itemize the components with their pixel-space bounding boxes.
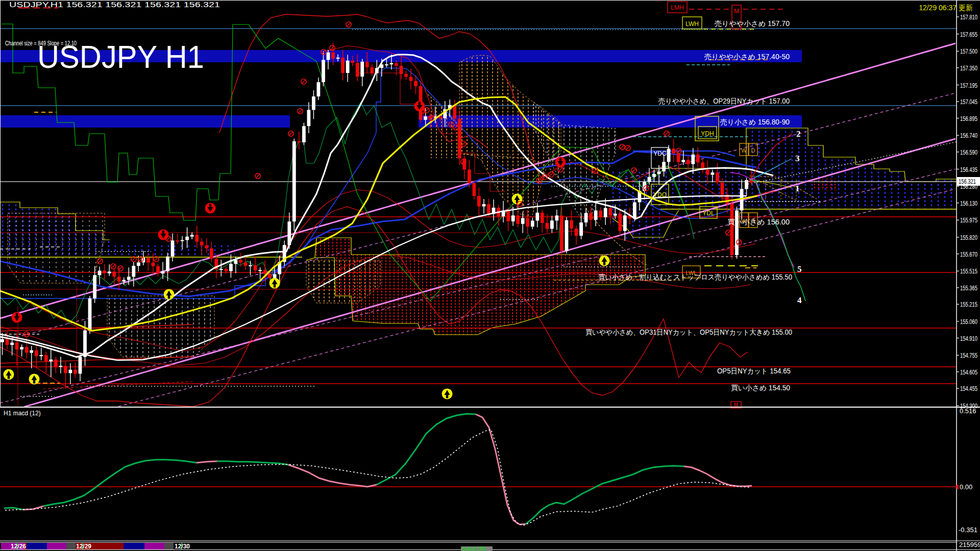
svg-text:買い小さめ 154.50: 買い小さめ 154.50	[731, 384, 790, 392]
svg-text:-0.351: -0.351	[959, 526, 977, 534]
svg-text:YDO: YDO	[653, 191, 667, 198]
svg-text:154.910: 154.910	[960, 335, 977, 342]
svg-text:YDC: YDC	[653, 150, 667, 157]
svg-text:USDJPY,H1 156.321 156.321 156: USDJPY,H1 156.321 156.321 156.321 156.32…	[9, 1, 220, 9]
svg-text:155.060: 155.060	[960, 318, 977, 325]
svg-text:155.365: 155.365	[960, 284, 977, 292]
svg-text:156.895: 156.895	[960, 115, 977, 122]
svg-text:154.455: 154.455	[960, 385, 977, 392]
svg-text:売りやや小さめ 157.40-50: 売りやや小さめ 157.40-50	[704, 53, 790, 61]
svg-text:154.755: 154.755	[960, 352, 977, 359]
svg-text:YDH: YDH	[701, 130, 714, 137]
svg-text:156.130: 156.130	[960, 199, 977, 207]
svg-text:売りやや小さめ、OP29日NYカット 157.00: 売りやや小さめ、OP29日NYカット 157.00	[658, 97, 790, 105]
svg-text:155.515: 155.515	[960, 267, 977, 275]
svg-text:156.435: 156.435	[960, 166, 977, 173]
svg-text:157.810: 157.810	[960, 13, 977, 21]
svg-text:12/29 06:37 更新: 12/29 06:37 更新	[919, 4, 973, 12]
svg-text:LWH: LWH	[685, 20, 699, 28]
svg-text:12/26: 12/26	[11, 543, 26, 550]
svg-text:H1 macd (12): H1 macd (12)	[4, 410, 41, 417]
svg-text:155.215: 155.215	[960, 300, 977, 308]
svg-text:売り小さめ 156.80-90: 売り小さめ 156.80-90	[720, 118, 790, 126]
svg-text:156.321: 156.321	[959, 178, 976, 185]
svg-text:157.500: 157.500	[960, 47, 977, 55]
svg-text:W: W	[741, 147, 747, 154]
svg-text:LMH: LMH	[671, 4, 683, 11]
svg-text:156.590: 156.590	[960, 148, 977, 156]
svg-text:0.00: 0.00	[960, 483, 972, 491]
svg-text:売りやや小さめ 157.70: 売りやや小さめ 157.70	[715, 19, 790, 28]
svg-text:155.670: 155.670	[960, 251, 977, 258]
svg-text:買い小さめ 156.00: 買い小さめ 156.00	[727, 218, 790, 226]
svg-text:1: 1	[795, 184, 800, 193]
svg-text:USDJPY H1: USDJPY H1	[37, 39, 204, 74]
svg-text:156.740: 156.740	[960, 132, 977, 139]
svg-text:0.516: 0.516	[960, 407, 976, 415]
svg-text:M: M	[734, 8, 739, 15]
svg-text:157.045: 157.045	[960, 98, 977, 106]
svg-text:4: 4	[797, 295, 802, 305]
svg-text:12/30: 12/30	[175, 543, 190, 550]
svg-text:157.350: 157.350	[960, 64, 977, 72]
svg-text:3: 3	[795, 154, 800, 163]
svg-text:155.820: 155.820	[960, 234, 977, 241]
svg-text:D: D	[751, 147, 755, 154]
svg-text:YDL: YDL	[702, 210, 715, 217]
svg-text:買いやや小さめ、OP31日NYカット、OP5日NYカット大き: 買いやや小さめ、OP31日NYカット、OP5日NYカット大きめ 155.00	[585, 328, 792, 336]
svg-text:OP5日NYカット 154.65: OP5日NYカット 154.65	[717, 367, 791, 375]
svg-text:12/29: 12/29	[76, 543, 91, 550]
svg-text:215959: 215959	[959, 541, 980, 548]
svg-text:5: 5	[797, 264, 802, 274]
svg-text:買い小さめ・割り込むとストップロス売りやや小さめめ 155.: 買い小さめ・割り込むとストップロス売りやや小さめめ 155.50	[598, 273, 792, 281]
svg-text:154.605: 154.605	[960, 368, 977, 376]
svg-text:157.195: 157.195	[960, 82, 977, 89]
svg-text:macd ON: macd ON	[462, 545, 486, 551]
svg-text:155.975: 155.975	[960, 216, 977, 224]
svg-text:157.655: 157.655	[960, 31, 977, 38]
svg-text:2: 2	[796, 129, 801, 139]
